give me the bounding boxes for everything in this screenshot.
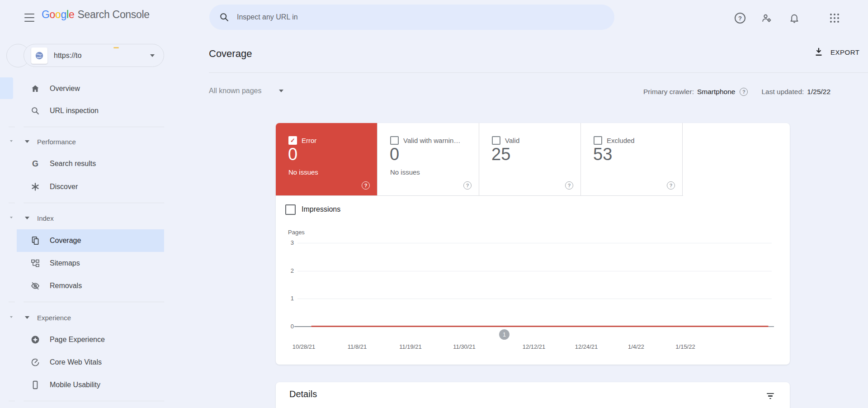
logo-letter: o bbox=[50, 9, 56, 21]
collapse-caret-icon bbox=[25, 140, 29, 143]
download-icon bbox=[814, 47, 824, 57]
sidebar-item-label: Core Web Vitals bbox=[50, 358, 102, 366]
status-card-value: 53 bbox=[593, 145, 612, 164]
pages-icon bbox=[31, 236, 40, 245]
rail-divider bbox=[9, 127, 15, 127]
search-console-app: Google Search Console https://to Overvie… bbox=[0, 0, 868, 408]
details-card: Details bbox=[276, 382, 790, 408]
chart-annotation-marker[interactable]: 1 bbox=[499, 329, 509, 340]
sidebar-item-label: Search results bbox=[50, 160, 96, 168]
help-icon bbox=[735, 13, 745, 24]
hamburger-menu-icon[interactable] bbox=[24, 14, 34, 22]
sidebar-item-page-experience[interactable]: Page Experience bbox=[17, 328, 164, 351]
sidebar-item-label: Discover bbox=[50, 183, 78, 191]
property-favicon bbox=[31, 47, 47, 64]
x-tick: 11/30/21 bbox=[453, 343, 476, 350]
sitemap-icon bbox=[31, 259, 40, 268]
y-tick: 0 bbox=[276, 323, 294, 330]
sidebar-section-label: Index bbox=[37, 214, 54, 222]
status-card-excluded[interactable]: Excluded 53 bbox=[581, 123, 683, 195]
property-url: https://to bbox=[54, 52, 81, 60]
x-tick: 12/12/21 bbox=[523, 343, 546, 350]
logo-letter: e bbox=[69, 9, 75, 21]
logo-letter: G bbox=[42, 9, 50, 21]
sidebar-item-label: Page Experience bbox=[50, 336, 105, 344]
status-card-label: Excluded bbox=[607, 137, 635, 144]
sidebar-item-search-results[interactable]: G Search results bbox=[17, 152, 164, 175]
help-icon[interactable] bbox=[667, 181, 675, 190]
sidebar-section-performance[interactable]: Performance bbox=[17, 130, 164, 153]
sidebar-section-experience[interactable]: Experience bbox=[17, 306, 164, 329]
sidebar-section-label: Experience bbox=[37, 314, 71, 322]
apps-grid-icon[interactable] bbox=[829, 13, 840, 24]
page-title: Coverage bbox=[209, 48, 252, 60]
primary-crawler-value: Smartphone bbox=[697, 88, 735, 96]
sidebar-divider bbox=[24, 203, 164, 203]
status-card-subtext: No issues bbox=[288, 168, 318, 176]
filter-list-icon[interactable] bbox=[766, 393, 774, 399]
impressions-label: Impressions bbox=[302, 205, 340, 213]
sidebar-item-sitemaps[interactable]: Sitemaps bbox=[17, 252, 164, 275]
property-warning-dash bbox=[113, 47, 119, 48]
help-icon[interactable] bbox=[362, 181, 370, 190]
x-axis-segment bbox=[769, 326, 774, 327]
search-icon bbox=[219, 12, 229, 22]
impressions-checkbox[interactable] bbox=[285, 204, 296, 215]
manage-users-icon[interactable] bbox=[761, 13, 772, 24]
sidebar-item-url-inspection[interactable]: URL inspection bbox=[17, 100, 164, 122]
sidebar-item-overview[interactable]: Overview bbox=[17, 77, 164, 100]
sidebar-section-label: Performance bbox=[37, 138, 76, 146]
scope-dropdown-value: All known pages bbox=[209, 87, 262, 95]
valid-with-warnings-checkbox[interactable] bbox=[390, 136, 399, 145]
url-inspection-searchbar[interactable] bbox=[209, 5, 614, 30]
sidebar-item-core-web-vitals[interactable]: Core Web Vitals bbox=[17, 351, 164, 374]
x-axis-segment bbox=[294, 326, 311, 327]
sidebar-divider bbox=[24, 401, 164, 401]
sidebar-section-index[interactable]: Index bbox=[17, 207, 164, 229]
help-icon[interactable] bbox=[463, 181, 472, 190]
last-updated-value: 1/25/22 bbox=[807, 88, 830, 96]
sidebar-item-label: Removals bbox=[50, 282, 82, 290]
sidebar-item-discover[interactable]: Discover bbox=[17, 176, 164, 198]
sidebar-divider bbox=[24, 302, 164, 302]
export-label: EXPORT bbox=[830, 48, 859, 56]
status-card-subtext: No issues bbox=[390, 168, 420, 176]
valid-checkbox[interactable] bbox=[492, 136, 500, 145]
export-button[interactable]: EXPORT bbox=[814, 47, 859, 57]
error-checkbox[interactable] bbox=[288, 136, 297, 145]
gridline bbox=[297, 243, 772, 243]
gridline bbox=[297, 299, 772, 299]
rail-divider bbox=[9, 302, 15, 302]
globe-icon bbox=[34, 51, 44, 61]
status-card-valid[interactable]: Valid 25 bbox=[479, 123, 581, 195]
sidebar-item-coverage[interactable]: Coverage bbox=[17, 229, 164, 252]
x-tick: 1/4/22 bbox=[628, 343, 644, 350]
property-selector[interactable]: https://to bbox=[24, 44, 164, 67]
help-icon[interactable] bbox=[565, 181, 573, 190]
status-card-label: Valid bbox=[505, 137, 519, 144]
excluded-checkbox[interactable] bbox=[594, 136, 602, 145]
coverage-chart-card: Error 0 No issues Valid with warnin… 0 N… bbox=[276, 123, 790, 365]
rail-caret-icon bbox=[10, 217, 13, 218]
scope-dropdown[interactable]: All known pages bbox=[209, 87, 283, 95]
sidebar-item-mobile-usability[interactable]: Mobile Usability bbox=[17, 374, 164, 396]
x-tick: 11/8/21 bbox=[348, 343, 367, 350]
sidebar-item-label: Sitemaps bbox=[50, 259, 80, 267]
chevron-down-icon bbox=[279, 90, 283, 92]
sidebar-item-removals[interactable]: Removals bbox=[17, 275, 164, 297]
gridline bbox=[297, 271, 772, 271]
logo-suffix: Search Console bbox=[77, 9, 149, 21]
notifications-bell-icon[interactable] bbox=[789, 13, 800, 24]
status-card-label: Error bbox=[302, 137, 316, 144]
magnifier-icon bbox=[31, 106, 40, 115]
url-inspect-input[interactable] bbox=[236, 13, 581, 22]
error-series-line bbox=[311, 326, 769, 327]
status-card-valid-with-warnings[interactable]: Valid with warnin… 0 No issues bbox=[377, 123, 479, 195]
help-icon[interactable] bbox=[740, 88, 748, 96]
apps-grid-icon bbox=[830, 14, 840, 23]
crawler-and-updated-meta: Primary crawler: Smartphone Last updated… bbox=[643, 88, 830, 96]
collapse-caret-icon bbox=[25, 316, 29, 319]
status-card-error[interactable]: Error 0 No issues bbox=[276, 123, 377, 195]
help-icon[interactable] bbox=[735, 13, 745, 24]
x-tick: 11/19/21 bbox=[399, 343, 422, 350]
